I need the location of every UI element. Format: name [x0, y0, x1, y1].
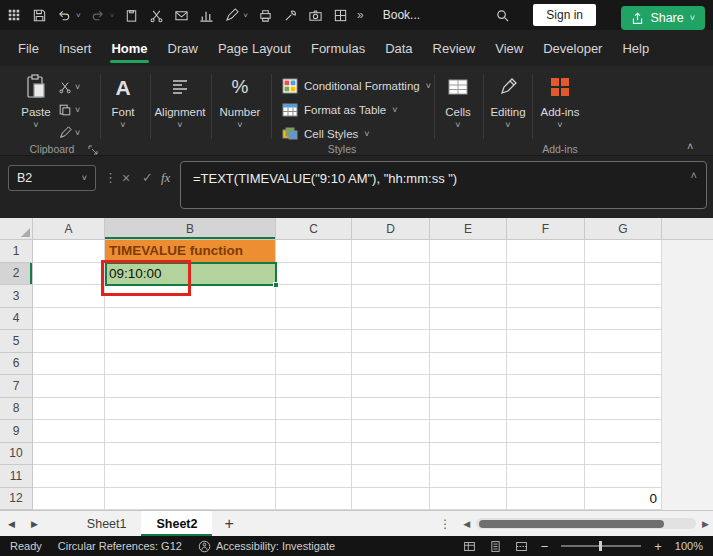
menu-tab-help[interactable]: Help — [612, 30, 659, 66]
printer-icon[interactable] — [257, 7, 273, 23]
chart-icon[interactable] — [198, 7, 214, 23]
row-header-3[interactable]: 3 — [0, 285, 33, 308]
zoom-slider[interactable] — [561, 545, 641, 547]
cell-C1[interactable] — [276, 240, 352, 263]
circular-references-status[interactable]: Circular References: G12 — [58, 540, 182, 552]
cancel-entry-icon[interactable]: × — [122, 170, 130, 186]
row-header-11[interactable]: 11 — [0, 465, 33, 488]
cell-D1[interactable] — [352, 240, 430, 263]
cell-A4[interactable] — [33, 308, 105, 331]
insert-function-icon[interactable]: fx — [161, 170, 170, 186]
zoom-slider-thumb[interactable] — [599, 541, 602, 551]
menu-tab-data[interactable]: Data — [375, 30, 422, 66]
cell-A8[interactable] — [33, 398, 105, 421]
row-header-5[interactable]: 5 — [0, 330, 33, 353]
cell-F12[interactable] — [507, 488, 585, 511]
cell-E12[interactable] — [430, 488, 507, 511]
cell-A9[interactable] — [33, 420, 105, 443]
cell-E10[interactable] — [430, 443, 507, 466]
font-button[interactable]: A Font ˅ — [103, 71, 143, 145]
cell-G2[interactable] — [585, 263, 662, 286]
cell-G4[interactable] — [585, 308, 662, 331]
sheet-nav-left-icon[interactable]: ◀ — [0, 519, 23, 529]
copy-button[interactable]: ˅ — [58, 101, 80, 119]
save-icon[interactable] — [31, 7, 47, 23]
cell-F2[interactable] — [507, 263, 585, 286]
format-painter-caret[interactable]: ˅ — [243, 11, 248, 20]
menu-tab-home[interactable]: Home — [101, 30, 157, 66]
cut-button[interactable]: ˅ — [58, 78, 80, 96]
name-box[interactable]: B2 ˅ — [8, 165, 96, 191]
cell-G5[interactable] — [585, 330, 662, 353]
cell-D8[interactable] — [352, 398, 430, 421]
cell-C7[interactable] — [276, 375, 352, 398]
horizontal-scrollbar[interactable] — [476, 518, 696, 529]
cell-F6[interactable] — [507, 353, 585, 376]
cell-D6[interactable] — [352, 353, 430, 376]
cell-A6[interactable] — [33, 353, 105, 376]
cells-button[interactable]: Cells ˅ — [438, 71, 478, 145]
menu-tab-view[interactable]: View — [485, 30, 533, 66]
cell-F3[interactable] — [507, 285, 585, 308]
cell-C11[interactable] — [276, 465, 352, 488]
cell-D3[interactable] — [352, 285, 430, 308]
cell-F4[interactable] — [507, 308, 585, 331]
cell-A11[interactable] — [33, 465, 105, 488]
cell-F9[interactable] — [507, 420, 585, 443]
sheet-tab-sheet1[interactable]: Sheet1 — [72, 511, 142, 536]
row-header-7[interactable]: 7 — [0, 375, 33, 398]
undo-icon[interactable] — [56, 7, 72, 23]
cell-E3[interactable] — [430, 285, 507, 308]
cell-C6[interactable] — [276, 353, 352, 376]
cell-F10[interactable] — [507, 443, 585, 466]
row-header-9[interactable]: 9 — [0, 420, 33, 443]
clipboard-icon[interactable] — [123, 7, 139, 23]
column-header-G[interactable]: G — [585, 218, 662, 240]
cell-D9[interactable] — [352, 420, 430, 443]
cut-icon[interactable] — [148, 7, 164, 23]
cell-C10[interactable] — [276, 443, 352, 466]
alignment-button[interactable]: Alignment ˅ — [153, 71, 207, 145]
cell-A10[interactable] — [33, 443, 105, 466]
cell-B10[interactable] — [105, 443, 276, 466]
cell-E2[interactable] — [430, 263, 507, 286]
cell-E1[interactable] — [430, 240, 507, 263]
menu-tab-review[interactable]: Review — [423, 30, 486, 66]
cell-D11[interactable] — [352, 465, 430, 488]
format-painter-button[interactable]: ˅ — [58, 124, 80, 142]
formula-input[interactable]: =TEXT(TIMEVALUE("9:10 AM"), "hh:mm:ss ")… — [180, 161, 707, 209]
undo-dropdown-caret[interactable]: ˅ — [76, 11, 81, 20]
camera-icon[interactable] — [307, 7, 323, 23]
column-header-F[interactable]: F — [507, 218, 585, 240]
number-button[interactable]: % Number ˅ — [216, 71, 264, 145]
row-header-12[interactable]: 12 — [0, 488, 33, 511]
add-ins-button[interactable]: Add-ins ˅ — [534, 71, 586, 145]
cell-E6[interactable] — [430, 353, 507, 376]
confirm-entry-icon[interactable]: ✓ — [142, 170, 153, 185]
cell-C4[interactable] — [276, 308, 352, 331]
hscroll-left-icon[interactable]: ◀ — [459, 519, 474, 529]
format-painter-icon[interactable] — [223, 7, 239, 23]
cell-B2[interactable]: 09:10:00 — [105, 263, 276, 286]
horizontal-scrollbar-thumb[interactable] — [479, 520, 664, 528]
cell-B11[interactable] — [105, 465, 276, 488]
column-header-E[interactable]: E — [430, 218, 507, 240]
search-icon[interactable] — [494, 7, 510, 23]
menu-tab-developer[interactable]: Developer — [533, 30, 612, 66]
cell-D10[interactable] — [352, 443, 430, 466]
sheet-nav-right-icon[interactable]: ▶ — [23, 519, 46, 529]
cell-F5[interactable] — [507, 330, 585, 353]
cell-E4[interactable] — [430, 308, 507, 331]
cell-B1[interactable]: TIMEVALUE function — [105, 240, 276, 263]
menu-tab-formulas[interactable]: Formulas — [301, 30, 375, 66]
zoom-out-button[interactable]: − — [541, 540, 549, 553]
zoom-in-button[interactable]: + — [654, 540, 662, 553]
cell-G8[interactable] — [585, 398, 662, 421]
collapse-formula-bar-chevron[interactable]: ˄ — [691, 169, 697, 181]
add-sheet-button[interactable]: + — [212, 515, 245, 533]
page-break-view-icon[interactable] — [515, 540, 528, 553]
cell-F8[interactable] — [507, 398, 585, 421]
cell-D4[interactable] — [352, 308, 430, 331]
cell-A7[interactable] — [33, 375, 105, 398]
row-header-8[interactable]: 8 — [0, 398, 33, 421]
